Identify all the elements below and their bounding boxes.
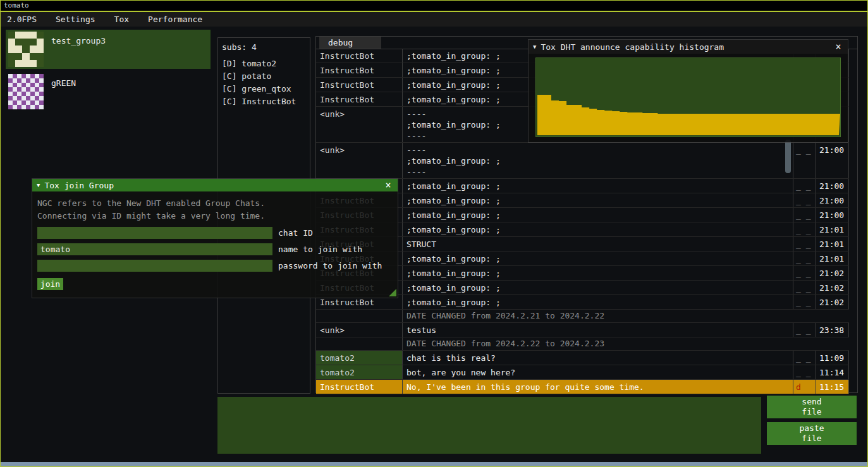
message-status: _ _ [793, 295, 816, 309]
message-author: InstructBot [316, 63, 403, 77]
message-text: ---- ;tomato_in_group: ; ---- [403, 143, 793, 178]
message-status: _ _ [793, 252, 816, 265]
message-time: 11:09 [816, 351, 849, 365]
message-time: 21:00 [816, 193, 849, 207]
message-text: ;tomato_in_group: ; [403, 222, 793, 236]
join-button[interactable]: join [37, 278, 63, 290]
app-window: tomato 2.0FPSSettingsToxPerformance test… [0, 0, 868, 467]
menu-item-tox[interactable]: Tox [105, 12, 138, 27]
join-window-body: NGC refers to the New DHT enabled Group … [32, 191, 398, 290]
message-author: tomato2 [316, 365, 403, 379]
chat-message-row[interactable]: tomato2 chat is this real? _ _ 11:09 [316, 351, 849, 365]
message-time: 21:02 [816, 281, 849, 294]
chat-scrollbar-thumb[interactable] [785, 140, 791, 173]
message-time: 21:02 [816, 266, 849, 280]
chat-id-input[interactable] [37, 227, 272, 239]
message-time: 21:01 [816, 222, 849, 236]
send-file-button[interactable]: send file [767, 396, 857, 418]
join-group-window: ▼ Tox join Group × NGC refers to the New… [32, 179, 398, 298]
join-password-label: password to join with [278, 261, 382, 270]
join-info-line-2: Connecting via ID might take a very long… [37, 210, 393, 222]
date-changed-row: DATE CHANGED from 2024.2.22 to 2024.2.23 [316, 337, 849, 351]
chat-message-row[interactable]: <unk> testus _ _ 23:38 [316, 323, 849, 337]
message-status: _ _ [793, 179, 816, 193]
collapse-arrow-icon[interactable]: ▼ [533, 44, 536, 50]
message-text: ;tomato_in_group: ; [403, 193, 793, 207]
date-row-spacer [316, 337, 403, 350]
message-text: STRUCT [403, 237, 793, 251]
group-name: gREEN [51, 78, 76, 88]
date-changed-text: DATE CHANGED from 2024.2.21 to 2024.2.22 [403, 310, 849, 322]
join-info-line-1: NGC refers to the New DHT enabled Group … [37, 197, 393, 210]
message-time: 11:15 [816, 380, 849, 394]
message-author: <unk> [316, 323, 403, 337]
message-text: ;tomato_in_group: ; [403, 252, 793, 265]
chat-message-row[interactable]: <unk> ---- ;tomato_in_group: ; ---- _ _ … [316, 143, 849, 179]
tab-debug[interactable]: debug [319, 37, 381, 49]
message-author: tomato2 [316, 351, 403, 365]
message-status: _ _ [793, 237, 816, 251]
message-status: _ _ [793, 323, 816, 337]
message-text: ;tomato_in_group: ; [403, 208, 793, 222]
message-author: InstructBot [316, 49, 403, 63]
message-status: _ _ [793, 281, 816, 294]
message-author: InstructBot [316, 92, 403, 106]
sub-list-item[interactable]: [D] tomato2 [218, 58, 310, 70]
resize-grip[interactable] [389, 289, 396, 296]
histogram-window-title: Tox DHT announce capability histogram [541, 42, 833, 52]
subs-count: subs: 4 [218, 38, 310, 58]
message-time: 21:02 [816, 295, 849, 309]
message-text: testus [403, 323, 793, 337]
message-status: _ _ [793, 193, 816, 207]
message-status: _ _ [793, 365, 816, 379]
bottom-border [1, 462, 867, 466]
message-time: 21:00 [816, 143, 849, 178]
menubar: 2.0FPSSettingsToxPerformance [1, 12, 867, 27]
join-window-titlebar[interactable]: ▼ Tox join Group × [32, 179, 398, 191]
message-time: 21:00 [816, 179, 849, 193]
titlebar[interactable]: tomato [1, 1, 867, 11]
group-item-green[interactable]: gREEN [6, 72, 211, 111]
chat-message-row[interactable]: InstructBot No, I've been in this group … [316, 380, 849, 394]
message-text: ;tomato_in_group: ; [403, 179, 793, 193]
message-author: <unk> [316, 107, 403, 142]
sub-list-item[interactable]: [C] green_qtox [218, 83, 310, 95]
date-changed-row: DATE CHANGED from 2024.2.21 to 2024.2.22 [316, 310, 849, 323]
window-title: tomato [4, 1, 29, 9]
message-input[interactable] [217, 397, 761, 454]
group-avatar [8, 74, 44, 109]
message-text: ;tomato_in_group: ; [403, 281, 793, 294]
chat-message-row[interactable]: tomato2 bot, are you new here? _ _ 11:14 [316, 365, 849, 380]
menu-item-settings[interactable]: Settings [46, 12, 105, 27]
message-time: 23:38 [816, 323, 849, 337]
message-text: No, I've been in this group for quite so… [403, 380, 793, 394]
menu-item-performance[interactable]: Performance [138, 12, 212, 27]
sub-list-item[interactable]: [C] potato [218, 70, 310, 83]
message-time: 21:01 [816, 237, 849, 251]
join-name-input[interactable] [37, 243, 272, 255]
message-time: 11:14 [816, 365, 849, 379]
message-status: _ _ [793, 208, 816, 222]
group-item-test-group3[interactable]: test_group3 [6, 30, 211, 69]
message-time: 21:00 [816, 208, 849, 222]
message-status: d [793, 380, 816, 394]
chat-id-label: chat ID [278, 228, 313, 238]
close-icon[interactable]: × [383, 179, 393, 191]
message-author: <unk> [316, 143, 403, 178]
dht-histogram-plot [535, 58, 841, 137]
join-name-label: name to join with [278, 245, 362, 254]
collapse-arrow-icon[interactable]: ▼ [37, 182, 40, 188]
menu-item-2-0fps[interactable]: 2.0FPS [1, 12, 46, 27]
histogram-chart [536, 58, 840, 136]
close-icon[interactable]: × [833, 41, 843, 52]
message-text: ;tomato_in_group: ; [403, 266, 793, 280]
message-author: InstructBot [316, 380, 403, 394]
paste-file-button[interactable]: paste file [767, 422, 857, 445]
sub-list-item[interactable]: [C] InstructBot [218, 95, 310, 108]
group-name: test_group3 [51, 36, 106, 45]
subs-list: [D] tomato2[C] potato[C] green_qtox[C] I… [218, 58, 310, 108]
date-row-spacer [316, 310, 403, 322]
histogram-window-titlebar[interactable]: ▼ Tox DHT announce capability histogram … [529, 40, 848, 54]
message-status: _ _ [793, 143, 816, 178]
join-password-input[interactable] [37, 260, 272, 272]
